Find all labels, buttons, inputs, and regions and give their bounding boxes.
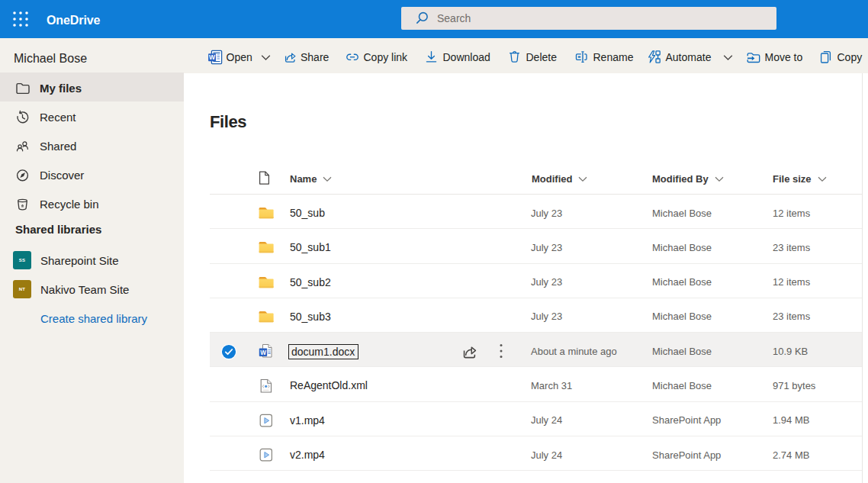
search-box[interactable] (401, 7, 776, 30)
column-header-modified-by[interactable]: Modified By (652, 164, 724, 194)
chevron-down-icon (723, 54, 733, 61)
file-name[interactable]: v2.mp4 (290, 438, 325, 472)
move-icon (746, 50, 761, 65)
toolbar-open-button[interactable]: WOpen (207, 38, 271, 73)
toolbar-rename-button[interactable]: Rename (574, 38, 634, 73)
toolbar-label: Share (301, 51, 329, 63)
word-icon: W (207, 50, 223, 65)
column-header-file-size[interactable]: File size (773, 164, 827, 194)
file-modified-by: Michael Bose (652, 369, 712, 402)
share-icon (281, 50, 297, 65)
file-size: 12 items (773, 266, 810, 299)
file-modified-by: Michael Bose (652, 196, 712, 230)
library-item-nakivo-team-site[interactable]: NTNakivo Team Site (0, 275, 184, 304)
sidebar-item-label: My files (40, 82, 82, 95)
file-modified: July 23 (531, 266, 562, 299)
row-more-options-icon[interactable] (496, 343, 506, 359)
svg-text:W: W (260, 349, 266, 356)
file-size: 23 items (773, 300, 810, 333)
column-header-modified[interactable]: Modified (532, 164, 587, 194)
table-row-ReAgentOld.xml[interactable]: ReAgentOld.xmlMarch 31Michael Bose971 by… (210, 367, 862, 401)
create-shared-library-link[interactable]: Create shared library (0, 304, 184, 333)
owner-name: Michael Bose (0, 38, 184, 72)
sidebar-item-my-files[interactable]: My files (0, 72, 184, 101)
toolbar-copy-button[interactable]: Copy (818, 38, 863, 73)
search-input[interactable] (437, 12, 757, 24)
column-header-name[interactable]: Name (290, 164, 332, 194)
file-size: 1.94 MB (773, 404, 809, 437)
toolbar-copy-link-button[interactable]: Copy link (345, 38, 408, 73)
file-modified: July 23 (531, 300, 562, 333)
toolbar-download-button[interactable]: Download (424, 38, 490, 73)
toolbar-label: Download (443, 51, 490, 63)
table-row-50_sub3[interactable]: 50_sub3July 23Michael Bose23 items (210, 298, 862, 333)
app-launcher-waffle-icon[interactable] (11, 9, 31, 29)
sidebar-item-recent[interactable]: Recent (0, 101, 184, 130)
svg-text:W: W (209, 53, 216, 61)
library-badge: NT (13, 280, 31, 298)
file-modified-by: SharePoint App (652, 404, 721, 437)
file-icon-folder (258, 239, 275, 256)
download-icon (424, 50, 439, 65)
file-icon-folder (258, 308, 275, 325)
toolbar-move-to-button[interactable]: Move to (746, 38, 803, 73)
file-name[interactable]: v1.mp4 (290, 404, 325, 437)
row-share-icon[interactable] (460, 343, 477, 360)
file-icon-xml (258, 377, 275, 394)
table-row-50_sub2[interactable]: 50_sub2July 23Michael Bose12 items (210, 264, 862, 298)
table-row-50_sub1[interactable]: 50_sub1July 23Michael Bose23 items (210, 229, 862, 263)
file-name[interactable]: 50_sub3 (290, 300, 331, 333)
compass-icon (15, 168, 30, 182)
shared-libraries-list: SSSharepoint SiteNTNakivo Team Site (0, 246, 184, 304)
file-name[interactable]: 50_sub1 (290, 230, 331, 264)
table-row-50_sub[interactable]: 50_subJuly 23Michael Bose12 items (210, 195, 862, 229)
table-row-v1.mp4[interactable]: v1.mp4July 24SharePoint App1.94 MB (210, 402, 862, 436)
toolbar-delete-button[interactable]: Delete (507, 38, 557, 73)
file-modified-by: Michael Bose (652, 266, 712, 299)
table-row-docum1.docx[interactable]: Wdocum1.docxAbout a minute agoMichael Bo… (210, 333, 862, 367)
file-size: 10.9 KB (773, 334, 808, 368)
column-header-label: Modified (532, 173, 572, 185)
file-icon-folder (258, 274, 275, 291)
app-title[interactable]: OneDrive (47, 2, 100, 40)
column-header-label: Name (290, 173, 317, 185)
toolbar-label: Automate (666, 51, 712, 63)
file-icon-video (258, 412, 275, 429)
file-modified-by: Michael Bose (652, 300, 712, 333)
file-modified: July 23 (531, 230, 562, 264)
file-modified-by: Michael Bose (652, 230, 712, 264)
sort-chevron-icon (715, 176, 724, 182)
file-size: 971 bytes (773, 369, 815, 402)
file-name[interactable]: 50_sub (290, 196, 325, 230)
sidebar-item-shared[interactable]: Shared (0, 130, 184, 159)
sort-chevron-icon (323, 176, 332, 182)
column-header-label: Modified By (652, 173, 709, 185)
sidebar-nav: My filesRecentSharedDiscoverRecycle bin (0, 72, 184, 217)
file-name[interactable]: 50_sub2 (290, 266, 331, 299)
toolbar-share-button[interactable]: Share (281, 38, 329, 73)
trash-icon (15, 197, 30, 211)
table-row-v2.mp4[interactable]: v2.mp4July 24SharePoint App2.74 MB (210, 436, 862, 471)
sidebar-item-discover[interactable]: Discover (0, 159, 184, 188)
sidebar-item-recycle-bin[interactable]: Recycle bin (0, 188, 184, 217)
onedrive-app: OneDrive Michael Bose My filesRecentShar… (0, 0, 868, 483)
library-item-sharepoint-site[interactable]: SSSharepoint Site (0, 246, 184, 275)
file-size: 12 items (773, 196, 810, 230)
sidebar: Michael Bose My filesRecentSharedDiscove… (0, 38, 184, 483)
sidebar-item-label: Recent (40, 111, 76, 124)
file-name[interactable]: ReAgentOld.xml (290, 369, 368, 402)
toolbar-automate-button[interactable]: Automate (647, 38, 734, 73)
file-modified-by: SharePoint App (652, 438, 721, 472)
sort-chevron-icon (818, 176, 827, 182)
file-modified: July 24 (531, 438, 562, 472)
file-icon-video (258, 446, 275, 463)
toolbar-label: Open (227, 51, 252, 63)
people-icon (15, 139, 30, 153)
file-modified: July 24 (531, 404, 562, 437)
file-icon-word: W (258, 343, 275, 359)
file-type-column-icon[interactable] (259, 171, 270, 185)
selected-check-icon[interactable] (220, 343, 237, 360)
file-size: 23 items (773, 230, 810, 264)
rename-input[interactable]: docum1.docx (288, 344, 358, 359)
chevron-down-icon (261, 54, 271, 61)
